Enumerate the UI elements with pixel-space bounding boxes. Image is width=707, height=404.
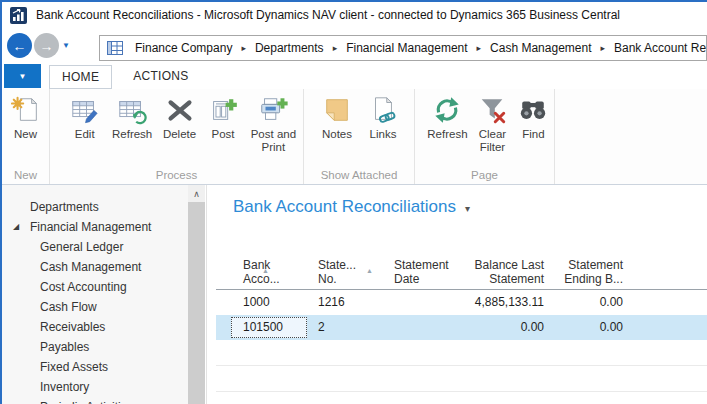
edit-button[interactable]: Edit (62, 94, 107, 141)
links-button[interactable]: Links (360, 94, 406, 141)
sidebar-item-financial-management[interactable]: ◢Financial Management (2, 217, 188, 237)
sidebar-item-label: Departments (30, 200, 99, 214)
sidebar-item-receivables[interactable]: Receivables (2, 317, 188, 337)
empty-grid-row (216, 340, 707, 366)
grid-header-row: Bank Acco... State... No. Statement Date… (216, 243, 707, 289)
button-label: Find (522, 128, 544, 141)
clear-filter-button[interactable]: Clear Filter (472, 94, 513, 154)
column-label: Bank (243, 258, 306, 272)
ribbon: New New Edit (2, 89, 707, 185)
navigation-pane: Departments ◢Financial Management Genera… (2, 185, 188, 404)
address-box[interactable]: Finance Company ▸ Departments ▸ Financia… (99, 35, 707, 61)
sidebar-item-departments[interactable]: Departments (2, 197, 188, 217)
cell-statement-no[interactable]: 1216 (306, 290, 382, 315)
button-label: Delete (163, 128, 196, 141)
ribbon-tab-row: ▼ HOME ACTIONS (2, 63, 707, 89)
button-label: New (14, 128, 37, 141)
sidebar-item-label: Financial Management (30, 220, 151, 234)
find-button[interactable]: Find (513, 94, 554, 141)
sidebar-item-inventory[interactable]: Inventory (2, 377, 188, 397)
ribbon-group-label: Show Attached (304, 169, 414, 181)
column-label: Balance Last (462, 258, 544, 272)
ribbon-group-label: Page (415, 169, 554, 181)
column-header-balance-last-statement[interactable]: Balance Last Statement (462, 258, 547, 286)
button-label: Edit (75, 128, 95, 141)
sidebar-item-fixed-assets[interactable]: Fixed Assets (2, 357, 188, 377)
post-button[interactable]: Post (202, 94, 243, 141)
breadcrumb-item[interactable]: Cash Management (490, 41, 591, 55)
cell-statement-ending-balance[interactable]: 0.00 (547, 315, 627, 340)
table-row[interactable]: 1000 1216 4,885,133.11 0.00 (216, 290, 707, 315)
sidebar-item-cost-accounting[interactable]: Cost Accounting (2, 277, 188, 297)
button-label: Refresh (112, 128, 152, 141)
page-title-dropdown-icon[interactable]: ▾ (465, 203, 470, 214)
refresh-circular-icon (431, 94, 463, 126)
button-label: Clear Filter (472, 128, 513, 154)
sort-asc-icon: ▲ (262, 267, 269, 274)
breadcrumb-item[interactable]: Departments (255, 41, 324, 55)
sidebar-item-periodic-activities[interactable]: ▷Periodic Activities (2, 397, 188, 404)
tree-collapsed-icon[interactable]: ▷ (23, 397, 30, 404)
breadcrumb-item[interactable]: Financial Management (346, 41, 467, 55)
sidebar-item-label: General Ledger (40, 240, 123, 254)
scrollbar-thumb[interactable] (188, 202, 205, 404)
sidebar-item-label: Fixed Assets (40, 360, 108, 374)
refresh-table-icon (116, 94, 148, 126)
ribbon-group-label: New (2, 169, 49, 181)
column-label: Ending B... (547, 272, 623, 286)
sticky-note-icon (321, 94, 353, 126)
focused-cell[interactable]: 101500 (231, 317, 307, 338)
content-area: Departments ◢Financial Management Genera… (2, 185, 707, 404)
dynamics-nav-app-icon (10, 7, 27, 24)
scroll-up-icon[interactable]: ∧ (188, 185, 205, 202)
page-title: Bank Account Reconciliations▾ (233, 197, 470, 217)
sidebar-item-general-ledger[interactable]: General Ledger (2, 237, 188, 257)
ribbon-group-label: Process (50, 169, 303, 181)
post-and-print-icon (257, 94, 289, 126)
button-label: Refresh (427, 128, 467, 141)
sidebar-item-label: Receivables (40, 320, 105, 334)
post-and-print-button[interactable]: Post and Print (244, 94, 303, 154)
empty-grid-row (216, 366, 707, 392)
window-title: Bank Account Reconciliations - Microsoft… (36, 8, 620, 22)
column-header-statement-ending-balance[interactable]: Statement Ending B... (547, 258, 627, 286)
back-button[interactable]: ← (7, 33, 32, 58)
ribbon-group-page: Refresh Clear Filter (415, 89, 555, 184)
cell-balance-last-statement[interactable]: 0.00 (462, 315, 547, 340)
refresh-page-button[interactable]: Refresh (423, 94, 472, 141)
breadcrumb-item[interactable]: Bank Account Reco (614, 41, 707, 55)
application-menu-button[interactable]: ▼ (4, 64, 41, 88)
new-button[interactable]: New (3, 94, 49, 141)
forward-button[interactable]: → (34, 33, 59, 58)
cell-statement-no[interactable]: 2 (306, 315, 382, 340)
notes-button[interactable]: Notes (314, 94, 360, 141)
tab-home[interactable]: HOME (49, 65, 112, 89)
sidebar-item-label: Cash Flow (40, 300, 97, 314)
history-dropdown-icon[interactable]: ▼ (62, 41, 70, 50)
tab-actions[interactable]: ACTIONS (121, 65, 200, 87)
sidebar-item-cash-flow[interactable]: Cash Flow (2, 297, 188, 317)
column-header-bank-account-no[interactable]: Bank Acco... (216, 258, 306, 286)
refresh-record-button[interactable]: Refresh (107, 94, 156, 141)
list-page: Bank Account Reconciliations▾ Bank Acco.… (206, 185, 707, 404)
cell-statement-date[interactable] (382, 315, 462, 340)
column-label: Date (394, 272, 462, 286)
sidebar-item-cash-management[interactable]: Cash Management (2, 257, 188, 277)
sidebar-item-label: Payables (40, 340, 89, 354)
delete-button[interactable]: Delete (157, 94, 202, 141)
address-bar: ← → ▼ Finance Company ▸ Departments ▸ Fi… (2, 29, 707, 63)
ribbon-group-new: New New (2, 89, 50, 184)
sidebar-item-label: Inventory (40, 380, 89, 394)
breadcrumb-separator-icon: ▸ (600, 43, 605, 53)
cell-bank-account-no[interactable]: 101500 (216, 315, 306, 340)
sidebar-scrollbar[interactable]: ∧ (188, 185, 205, 404)
column-header-statement-date[interactable]: Statement Date (382, 258, 462, 286)
cell-bank-account-no[interactable]: 1000 (216, 290, 306, 315)
breadcrumb-item[interactable]: Finance Company (135, 41, 232, 55)
cell-statement-date[interactable] (382, 290, 462, 315)
sidebar-item-payables[interactable]: Payables (2, 337, 188, 357)
tree-expanded-icon[interactable]: ◢ (13, 217, 19, 237)
table-row-selected[interactable]: 101500 2 0.00 0.00 (216, 315, 707, 340)
cell-balance-last-statement[interactable]: 4,885,133.11 (462, 290, 547, 315)
cell-statement-ending-balance[interactable]: 0.00 (547, 290, 627, 315)
